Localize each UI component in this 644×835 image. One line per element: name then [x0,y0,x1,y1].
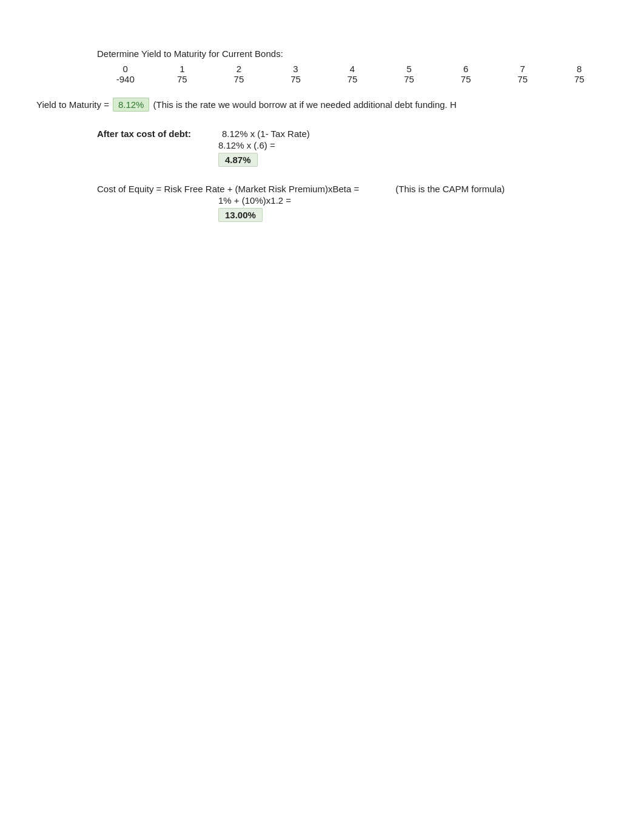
cashflow-col-3: 3 75 [267,64,324,84]
cashflow-table: 0 -940 1 75 2 75 3 75 4 75 5 75 6 75 7 7… [97,64,608,84]
cashflow-col-6: 6 75 [437,64,494,84]
cashflow-col-5: 5 75 [381,64,438,84]
value-5: 75 [404,74,414,84]
section-title: Determine Yield to Maturity for Current … [97,49,608,59]
value-6: 75 [461,74,471,84]
after-tax-label: After tax cost of debt: [97,129,218,139]
ytm-label: Yield to Maturity = [36,99,109,110]
after-tax-section: After tax cost of debt: 8.12% x (1- Tax … [97,129,608,167]
period-4: 4 [350,64,355,74]
cost-equity-section: Cost of Equity = Risk Free Rate + (Marke… [97,184,608,222]
cashflow-col-4: 4 75 [324,64,381,84]
ytm-note: (This is the rate we would borrow at if … [153,99,456,110]
period-7: 7 [520,64,525,74]
cashflow-col-1: 1 75 [154,64,211,84]
period-1: 1 [179,64,184,74]
after-tax-formula-line2: 8.12% x (.6) = [218,140,608,150]
period-6: 6 [463,64,468,74]
period-3: 3 [293,64,298,74]
capm-note: (This is the CAPM formula) [395,184,505,194]
period-2: 2 [236,64,241,74]
cost-equity-result: 13.00% [218,208,263,222]
value-7: 75 [517,74,528,84]
after-tax-formula-line1: 8.12% x (1- Tax Rate) [222,129,310,139]
cashflow-col-7: 7 75 [494,64,551,84]
period-8: 8 [577,64,582,74]
value-2: 75 [234,74,244,84]
cost-equity-row: Cost of Equity = Risk Free Rate + (Marke… [97,184,608,194]
value-8: 75 [574,74,585,84]
period-5: 5 [406,64,411,74]
cost-equity-formula-line1: 1% + (10%)x1.2 = [218,195,608,206]
cashflow-col-8: 8 75 [551,64,608,84]
after-tax-result: 4.87% [218,153,258,167]
ytm-row: Yield to Maturity = 8.12% (This is the r… [36,98,608,112]
value-4: 75 [347,74,358,84]
cashflow-col-0: 0 -940 [97,64,154,84]
ytm-value: 8.12% [113,98,150,112]
after-tax-row: After tax cost of debt: 8.12% x (1- Tax … [97,129,608,139]
cashflow-col-2: 2 75 [210,64,267,84]
period-0: 0 [123,64,128,74]
value-0: -940 [116,74,135,84]
value-1: 75 [177,74,187,84]
cost-equity-formula-label: Cost of Equity = Risk Free Rate + (Marke… [97,184,359,194]
value-3: 75 [290,74,301,84]
